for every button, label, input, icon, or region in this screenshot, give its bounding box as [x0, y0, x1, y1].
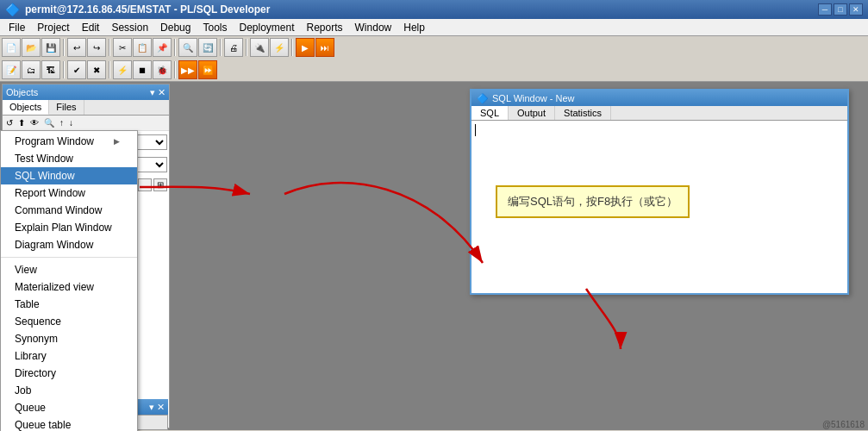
menu-directory[interactable]: Directory — [1, 365, 137, 382]
menu-bar: File Project Edit Session Debug Tools De… — [0, 19, 868, 36]
title-bar: 🔷 permit@172.16.86.45/EMSTAT - PL/SQL De… — [0, 0, 868, 19]
tab-output[interactable]: Output — [509, 106, 555, 120]
tb-print[interactable]: 🖨 — [224, 38, 243, 57]
tb-step[interactable]: ⏭ — [315, 38, 334, 57]
up-icon[interactable]: ⬆ — [16, 117, 27, 128]
tb-rollback[interactable]: ✖ — [87, 60, 106, 79]
close-button[interactable]: ✕ — [849, 3, 863, 16]
objects-panel-controls: ▾ ✕ — [150, 87, 165, 98]
tb-commit[interactable]: ✔ — [67, 60, 86, 79]
tb-sep-5 — [246, 39, 247, 56]
main-area: Objects ▾ ✕ Objects Files ↺ ⬆ 👁 🔍 ↑ ↓ <C… — [0, 82, 868, 430]
menu-view[interactable]: View — [1, 261, 137, 278]
menu-project[interactable]: Project — [32, 20, 74, 35]
tab-files[interactable]: Files — [49, 100, 84, 115]
tb-run[interactable]: ▶ — [296, 38, 315, 57]
tb-cut[interactable]: ✂ — [113, 38, 132, 57]
menu-report-window[interactable]: Report Window — [1, 184, 137, 202]
sql-window-icon: 🔷 — [477, 93, 489, 104]
tb-disconnect[interactable]: ⚡ — [270, 38, 289, 57]
tb-save[interactable]: 💾 — [41, 38, 60, 57]
tb-connect[interactable]: 🔌 — [250, 38, 269, 57]
menu-synonym[interactable]: Synonym — [1, 330, 137, 347]
tb-paste[interactable]: 📌 — [153, 38, 172, 57]
sql-window-tabs: SQL Output Statistics — [471, 106, 847, 121]
menu-sequence[interactable]: Sequence — [1, 313, 137, 330]
bottom-panel-controls: ▾ ✕ — [149, 402, 165, 413]
view-icon[interactable]: 👁 — [28, 117, 41, 128]
menu-command-window[interactable]: Command Window — [1, 202, 137, 219]
tb-sep-6 — [291, 39, 293, 56]
objects-title-text: Objects — [6, 87, 38, 97]
note-box: 编写SQL语句，按F8执行（或它） — [496, 185, 690, 218]
tb-redo[interactable]: ↪ — [87, 38, 106, 57]
tb-objects[interactable]: 🗂 — [22, 60, 41, 79]
toolbar-row-2: 📝 🗂 🏗 ✔ ✖ ⚡ ⏹ 🐞 ▶▶ ⏩ — [0, 59, 868, 81]
tb-debug[interactable]: 🐞 — [153, 60, 172, 79]
maximize-button[interactable]: □ — [834, 3, 847, 16]
window-controls: ─ □ ✕ — [818, 3, 863, 16]
menu-program-window[interactable]: Program Window ▶ — [1, 133, 137, 150]
menu-help[interactable]: Help — [398, 20, 430, 35]
tb-step2[interactable]: ⏩ — [198, 60, 217, 79]
tab-objects[interactable]: Objects — [3, 100, 49, 115]
sort-asc-icon[interactable]: ↑ — [58, 117, 66, 128]
tb-sep-8 — [109, 61, 110, 78]
tb-run2[interactable]: ▶▶ — [178, 60, 197, 79]
menu-library[interactable]: Library — [1, 347, 137, 365]
dropdown-menu: Program Window ▶ Test Window SQL Window … — [0, 130, 138, 431]
search-icon[interactable]: 🔍 — [42, 117, 56, 128]
objects-toolbar: ↺ ⬆ 👁 🔍 ↑ ↓ — [3, 116, 169, 131]
tb-sep-3 — [174, 39, 176, 56]
tb-copy[interactable]: 📋 — [133, 38, 152, 57]
menu-window[interactable]: Window — [350, 20, 397, 35]
menu-tools[interactable]: Tools — [197, 20, 232, 35]
menu-queue[interactable]: Queue — [1, 399, 137, 416]
tab-statistics[interactable]: Statistics — [555, 106, 611, 120]
menu-sql-window[interactable]: SQL Window — [1, 167, 137, 184]
tb-execute[interactable]: ⚡ — [113, 60, 132, 79]
tb-replace[interactable]: 🔄 — [198, 38, 217, 57]
watermark: @5161618 — [822, 420, 865, 429]
tb-sep-1 — [63, 39, 65, 56]
sql-window-title: 🔷 SQL Window - New — [471, 91, 847, 106]
tab-sql[interactable]: SQL — [471, 106, 509, 120]
menu-edit[interactable]: Edit — [77, 20, 105, 35]
tb-undo[interactable]: ↩ — [67, 38, 86, 57]
menu-table[interactable]: Table — [1, 296, 137, 313]
menu-reports[interactable]: Reports — [302, 20, 348, 35]
filter-btn[interactable]: ... — [138, 178, 152, 191]
objects-panel-title: Objects ▾ ✕ — [3, 84, 169, 100]
tb-open[interactable]: 📂 — [22, 38, 41, 57]
tb-sep-2 — [109, 39, 110, 56]
menu-materialized-view[interactable]: Materialized view — [1, 278, 137, 296]
toolbar-row-1: 📄 📂 💾 ↩ ↪ ✂ 📋 📌 🔍 🔄 🖨 🔌 ⚡ ▶ ⏭ — [0, 36, 868, 59]
menu-test-window[interactable]: Test Window — [1, 150, 137, 167]
tb-sql-new[interactable]: 📝 — [2, 60, 21, 79]
menu-deployment[interactable]: Deployment — [234, 20, 299, 35]
menu-job[interactable]: Job — [1, 382, 137, 399]
menu-debug[interactable]: Debug — [155, 20, 196, 35]
sql-window-title-text: SQL Window - New — [492, 93, 575, 103]
menu-section-2: View Materialized view Table Sequence Sy… — [1, 259, 137, 431]
refresh-icon[interactable]: ↺ — [4, 117, 15, 128]
minimize-button[interactable]: ─ — [818, 3, 832, 16]
tb-new[interactable]: 📄 — [2, 38, 21, 57]
app-icon: 🔷 — [5, 3, 20, 16]
note-text: 编写SQL语句，按F8执行（或它） — [508, 195, 678, 208]
menu-diagram-window[interactable]: Diagram Window — [1, 236, 137, 253]
tb-sep-7 — [63, 61, 65, 78]
cursor — [475, 124, 476, 136]
submenu-arrow: ▶ — [114, 137, 120, 146]
tb-schema[interactable]: 🏗 — [41, 60, 60, 79]
menu-file[interactable]: File — [3, 20, 30, 35]
tb-find[interactable]: 🔍 — [178, 38, 197, 57]
menu-explain-plan[interactable]: Explain Plan Window — [1, 219, 137, 236]
tb-stop[interactable]: ⏹ — [133, 60, 152, 79]
sort-desc-icon[interactable]: ↓ — [67, 117, 75, 128]
menu-session[interactable]: Session — [106, 20, 153, 35]
tb-sep-9 — [174, 61, 176, 78]
filter-toggle[interactable]: ⊞ — [153, 178, 167, 191]
window-title: permit@172.16.86.45/EMSTAT - PL/SQL Deve… — [25, 3, 270, 16]
menu-queue-table[interactable]: Queue table — [1, 416, 137, 431]
